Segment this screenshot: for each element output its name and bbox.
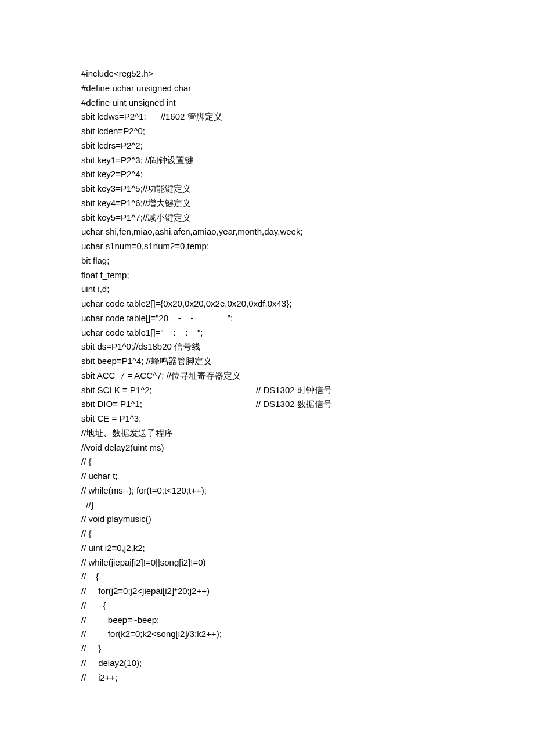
code-line: // uchar t;	[81, 469, 453, 484]
code-line: uint i,d;	[81, 282, 453, 297]
code-line: sbit key4=P1^6;//增大键定义	[81, 196, 453, 211]
code-line: // for(j2=0;j2<jiepai[i2]*20;j2++)	[81, 584, 453, 599]
code-line: uchar shi,fen,miao,ashi,afen,amiao,year,…	[81, 225, 453, 239]
code-line: sbit DIO= P1^1; // DS1302 数据信号	[81, 397, 453, 412]
code-line: // beep=~beep;	[81, 613, 453, 628]
code-line: sbit ds=P1^0;//ds18b20 信号线	[81, 340, 453, 354]
code-line: sbit SCLK = P1^2; // DS1302 时钟信号	[81, 383, 453, 398]
code-line: // void playmusic()	[81, 512, 453, 527]
code-line: // delay2(10);	[81, 656, 453, 671]
code-line: uchar code table[]="20 - - ";	[81, 311, 453, 326]
code-line: sbit ACC_7 = ACC^7; //位寻址寄存器定义	[81, 369, 453, 383]
code-line: // {	[81, 599, 453, 613]
code-line: sbit lcdrs=P2^2;	[81, 139, 453, 153]
code-line: sbit CE = P1^3;	[81, 412, 453, 426]
code-line: sbit lcdws=P2^1; //1602 管脚定义	[81, 110, 453, 124]
code-line: sbit key2=P2^4;	[81, 167, 453, 182]
code-line: // while(jiepai[i2]!=0||song[i2]!=0)	[81, 556, 453, 570]
code-document: #include<reg52.h> #define uchar unsigned…	[0, 0, 453, 685]
code-line: // for(k2=0;k2<song[i2]/3;k2++);	[81, 627, 453, 642]
code-line: // {	[81, 455, 453, 469]
code-line: sbit lcden=P2^0;	[81, 124, 453, 139]
code-line: sbit key3=P1^5;//功能键定义	[81, 182, 453, 196]
code-line: // {	[81, 570, 453, 584]
code-line: //void delay2(uint ms)	[81, 441, 453, 455]
code-line: // uint i2=0,j2,k2;	[81, 541, 453, 556]
code-line: uchar s1num=0,s1num2=0,temp;	[81, 239, 453, 254]
code-line: //地址、数据发送子程序	[81, 426, 453, 441]
code-line: #include<reg52.h>	[81, 67, 453, 81]
code-line: float f_temp;	[81, 268, 453, 283]
code-line: sbit beep=P1^4; //蜂鸣器管脚定义	[81, 354, 453, 369]
code-line: // {	[81, 527, 453, 541]
code-line: // i2++;	[81, 671, 453, 685]
code-line: #define uchar unsigned char	[81, 81, 453, 96]
code-line: sbit key5=P1^7;//减小键定义	[81, 211, 453, 225]
code-line: //}	[81, 498, 453, 513]
code-line: bit flag;	[81, 254, 453, 268]
code-line: uchar code table1[]=" : : ";	[81, 326, 453, 340]
code-line: // }	[81, 642, 453, 656]
code-line: uchar code table2[]={0x20,0x20,0x2e,0x20…	[81, 297, 453, 311]
code-line: sbit key1=P2^3; //闹钟设置键	[81, 153, 453, 168]
code-line: // while(ms--); for(t=0;t<120;t++);	[81, 484, 453, 498]
code-line: #define uint unsigned int	[81, 96, 453, 110]
